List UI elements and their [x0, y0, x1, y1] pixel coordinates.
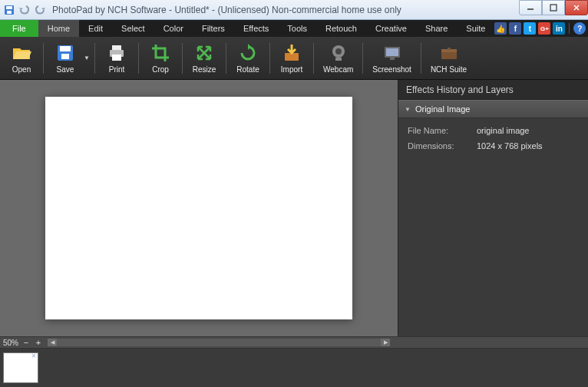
twitter-icon[interactable]: t — [524, 22, 536, 35]
menu-creative[interactable]: Creative — [366, 20, 416, 37]
crop-button[interactable]: Crop — [142, 39, 179, 78]
resize-button[interactable]: Resize — [186, 39, 223, 78]
scroll-right-button[interactable]: ▶ — [381, 339, 390, 346]
close-button[interactable] — [565, 0, 588, 15]
menu-effects[interactable]: Effects — [234, 20, 278, 37]
menu-home[interactable]: Home — [38, 20, 79, 37]
horizontal-scrollbar[interactable]: ◀ ▶ — [48, 339, 390, 346]
chevron-down-icon: ▼ — [405, 106, 411, 113]
side-panel: Effects History and Layers ▼ Original Im… — [398, 80, 588, 336]
nch-suite-button[interactable]: NCH Suite — [424, 39, 473, 78]
facebook-icon[interactable]: f — [509, 22, 521, 35]
info-row-dimensions: Dimensions: 1024 x 768 pixels — [408, 141, 579, 150]
menu-color[interactable]: Color — [154, 20, 193, 37]
screenshot-button[interactable]: Screenshot — [366, 39, 418, 78]
titlebar: PhotoPad by NCH Software - Untitled* - (… — [0, 0, 588, 20]
svg-rect-1 — [6, 6, 12, 9]
save-dropdown-icon[interactable]: ▼ — [84, 55, 91, 61]
info-label: Dimensions: — [408, 141, 477, 150]
separator — [43, 43, 44, 74]
zoom-out-button[interactable]: − — [21, 338, 31, 347]
info-value: original image — [477, 126, 529, 135]
svg-point-15 — [335, 48, 342, 55]
separator — [269, 43, 270, 74]
panel-section-header[interactable]: ▼ Original Image — [398, 100, 588, 118]
qat-undo-icon[interactable] — [18, 4, 31, 16]
canvas[interactable] — [45, 97, 352, 319]
window-title: PhotoPad by NCH Software - Untitled* - (… — [52, 5, 401, 15]
svg-rect-10 — [112, 45, 121, 50]
rotate-label: Rotate — [236, 65, 259, 74]
webcam-icon — [328, 42, 349, 64]
menu-edit[interactable]: Edit — [79, 20, 112, 37]
qat-redo-icon[interactable] — [34, 4, 46, 16]
thumbnail[interactable]: × — [3, 352, 38, 383]
save-button[interactable]: Save — [47, 39, 84, 78]
zoom-level: 50% — [3, 339, 18, 347]
svg-rect-19 — [390, 58, 395, 60]
menu-tools[interactable]: Tools — [278, 20, 316, 37]
separator — [94, 43, 95, 74]
svg-rect-8 — [60, 46, 71, 51]
scroll-left-button[interactable]: ◀ — [48, 339, 57, 346]
suite-icon — [438, 42, 460, 64]
screenshot-icon — [382, 42, 403, 64]
svg-rect-4 — [550, 5, 557, 11]
zoom-in-button[interactable]: + — [34, 338, 43, 347]
thumbnail-close-icon[interactable]: × — [31, 352, 39, 359]
statusbar: 50% − + ◀ ▶ — [0, 336, 588, 349]
toolbar: Open Save ▼ Print Crop Resize Rotate Imp… — [0, 37, 588, 80]
googleplus-icon[interactable]: G+ — [538, 22, 550, 35]
canvas-area[interactable] — [0, 80, 398, 336]
linkedin-icon[interactable]: in — [553, 22, 565, 35]
panel-section-label: Original Image — [415, 104, 471, 114]
help-icon[interactable]: ? — [573, 22, 586, 35]
open-button[interactable]: Open — [3, 39, 40, 78]
print-icon — [106, 42, 127, 64]
qat-save-icon[interactable] — [3, 4, 15, 16]
separator — [421, 43, 421, 74]
panel-title: Effects History and Layers — [398, 80, 588, 100]
screenshot-label: Screenshot — [372, 65, 411, 74]
separator — [313, 43, 314, 74]
menu-suite[interactable]: Suite — [457, 20, 494, 37]
open-folder-icon — [11, 42, 32, 64]
print-button[interactable]: Print — [98, 39, 135, 78]
svg-rect-2 — [7, 11, 12, 14]
svg-rect-16 — [335, 58, 342, 61]
resize-label: Resize — [193, 65, 216, 74]
crop-icon — [150, 42, 171, 64]
import-button[interactable]: Import — [273, 39, 310, 78]
save-label: Save — [57, 65, 74, 74]
maximize-button[interactable] — [542, 0, 565, 15]
separator — [138, 43, 139, 74]
info-label: File Name: — [408, 126, 477, 135]
import-icon — [281, 42, 302, 64]
separator — [226, 43, 226, 74]
open-label: Open — [12, 65, 31, 74]
menu-share[interactable]: Share — [416, 20, 457, 37]
main-area: Effects History and Layers ▼ Original Im… — [0, 80, 588, 336]
info-value: 1024 x 768 pixels — [477, 141, 543, 150]
separator — [182, 43, 183, 74]
save-icon — [55, 42, 76, 64]
resize-icon — [193, 42, 215, 64]
suite-label: NCH Suite — [431, 65, 467, 74]
menu-file[interactable]: File — [0, 20, 38, 37]
thumbnail-strip: × — [0, 349, 588, 387]
menubar: File Home Edit Select Color Filters Effe… — [0, 20, 588, 37]
webcam-button[interactable]: Webcam — [317, 39, 359, 78]
svg-rect-22 — [448, 48, 451, 50]
menu-select[interactable]: Select — [112, 20, 154, 37]
menu-filters[interactable]: Filters — [193, 20, 234, 37]
separator — [569, 23, 570, 34]
like-icon[interactable]: 👍 — [494, 22, 507, 35]
rotate-button[interactable]: Rotate — [230, 39, 266, 78]
svg-rect-9 — [61, 54, 69, 59]
menu-retouch[interactable]: Retouch — [316, 20, 366, 37]
minimize-button[interactable] — [519, 0, 542, 15]
webcam-label: Webcam — [323, 65, 353, 74]
svg-rect-18 — [386, 48, 398, 56]
print-label: Print — [109, 65, 125, 74]
panel-body: File Name: original image Dimensions: 10… — [398, 118, 588, 164]
